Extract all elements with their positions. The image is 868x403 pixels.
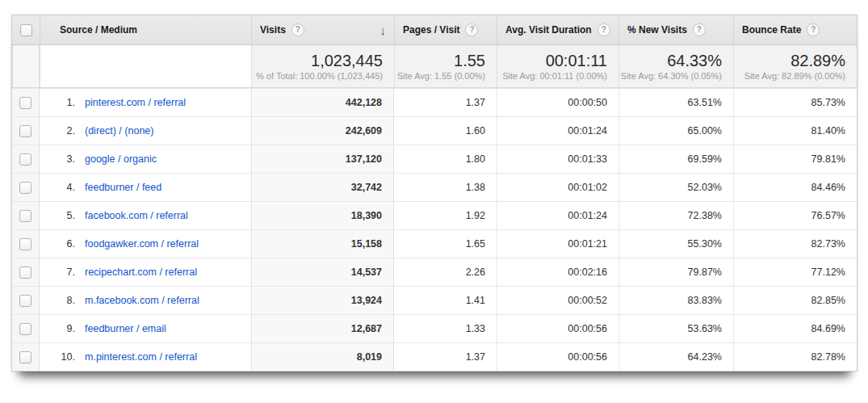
- row-checkbox[interactable]: [19, 210, 31, 222]
- source-medium-cell: 3. google / organic: [40, 145, 251, 173]
- bounce-rate-value: 82.85%: [733, 286, 857, 314]
- source-medium-cell: 1. pinterest.com / referral: [40, 88, 251, 116]
- bounce-avg-note: Site Avg: 82.89% (0.00%): [744, 71, 845, 81]
- pages-visit-value: 1.33: [394, 314, 497, 342]
- row-checkbox[interactable]: [19, 97, 31, 109]
- column-header-visits[interactable]: Visits ? ↓: [251, 15, 394, 44]
- avg-visit-duration-value: 00:01:02: [497, 173, 619, 201]
- row-checkbox-cell: [12, 229, 40, 258]
- visits-value: 13,924: [251, 286, 394, 314]
- new-visits-value: 69.59%: [619, 145, 733, 173]
- pages-visit-value: 1.41: [394, 286, 497, 314]
- pages-visit-value: 2.26: [394, 258, 497, 286]
- source-medium-link[interactable]: foodgawker.com / referral: [85, 238, 199, 250]
- row-checkbox-cell: [12, 258, 40, 286]
- avg-visit-duration-value: 00:00:52: [497, 286, 619, 314]
- new-visits-value: 79.87%: [619, 258, 733, 286]
- row-checkbox-cell: [12, 145, 40, 173]
- source-medium-link[interactable]: recipechart.com / referral: [85, 267, 197, 278]
- table-header-row: Source / Medium Visits ? ↓ Pages / Visit…: [12, 15, 857, 45]
- source-medium-cell: 4. feedburner / feed: [40, 173, 251, 201]
- visits-value: 242,609: [251, 116, 394, 145]
- avg-visit-duration-value: 00:01:33: [497, 145, 619, 173]
- row-checkbox[interactable]: [19, 182, 31, 194]
- bounce-rate-value: 84.46%: [733, 173, 857, 201]
- bounce-rate-value: 76.57%: [733, 201, 857, 229]
- row-checkbox[interactable]: [19, 125, 31, 137]
- help-icon[interactable]: ?: [291, 23, 304, 36]
- column-header-avg-visit-duration[interactable]: Avg. Visit Duration ?: [497, 15, 619, 44]
- avg-visit-duration-value: 00:02:16: [497, 258, 619, 286]
- column-header-pages-visit[interactable]: Pages / Visit ?: [394, 15, 497, 44]
- avg-visit-duration-value: 00:01:24: [497, 116, 619, 145]
- help-icon[interactable]: ?: [465, 23, 478, 36]
- column-header-bounce-rate[interactable]: Bounce Rate ?: [733, 15, 857, 44]
- visits-value: 32,742: [251, 173, 394, 201]
- source-medium-cell: 8. m.facebook.com / referral: [40, 286, 251, 314]
- summary-checkbox-cell: [12, 45, 40, 87]
- row-checkbox-cell: [12, 286, 40, 314]
- row-rank: 6.: [48, 238, 75, 250]
- table-row: 8. m.facebook.com / referral 13,924 1.41…: [12, 286, 857, 314]
- row-rank: 8.: [48, 295, 75, 306]
- source-medium-link[interactable]: google / organic: [85, 153, 157, 165]
- row-rank: 2.: [48, 125, 75, 136]
- table-row: 10. m.pinterest.com / referral 8,019 1.3…: [12, 342, 857, 371]
- bounce-avg: 82.89%: [790, 52, 845, 69]
- row-checkbox[interactable]: [19, 267, 31, 279]
- source-medium-link[interactable]: feedburner / feed: [85, 182, 161, 193]
- source-medium-link[interactable]: facebook.com / referral: [85, 210, 188, 221]
- source-medium-link[interactable]: (direct) / (none): [85, 125, 153, 136]
- avg-visit-duration-value: 00:01:21: [497, 229, 619, 258]
- help-icon[interactable]: ?: [807, 23, 820, 36]
- help-icon[interactable]: ?: [693, 23, 706, 36]
- select-all-checkbox[interactable]: [20, 24, 32, 36]
- avg-visit-duration-value: 00:00:56: [497, 342, 619, 371]
- column-header-new-visits[interactable]: % New Visits ?: [619, 15, 733, 44]
- column-header-source-medium[interactable]: Source / Medium: [40, 15, 251, 44]
- summary-visits-cell: 1,023,445 % of Total: 100.00% (1,023,445…: [251, 45, 394, 87]
- table-row: 7. recipechart.com / referral 14,537 2.2…: [12, 258, 857, 286]
- visits-value: 8,019: [251, 342, 394, 371]
- source-medium-link[interactable]: feedburner / email: [85, 323, 166, 334]
- visits-value: 442,128: [251, 88, 394, 116]
- source-medium-link[interactable]: m.facebook.com / referral: [85, 295, 199, 306]
- row-checkbox[interactable]: [19, 323, 31, 335]
- row-checkbox[interactable]: [19, 351, 31, 363]
- avg-visit-duration-value: 00:00:56: [497, 314, 619, 342]
- source-medium-link[interactable]: m.pinterest.com / referral: [85, 351, 197, 363]
- source-medium-cell: 7. recipechart.com / referral: [40, 258, 251, 286]
- visits-value: 12,687: [251, 314, 394, 342]
- pages-avg: 1.55: [454, 52, 485, 69]
- summary-bounce-cell: 82.89% Site Avg: 82.89% (0.00%): [733, 45, 857, 87]
- table-row: 1. pinterest.com / referral 442,128 1.37…: [12, 88, 857, 116]
- table-summary-row: 1,023,445 % of Total: 100.00% (1,023,445…: [12, 45, 857, 88]
- bounce-rate-value: 82.73%: [733, 229, 857, 258]
- table-row: 4. feedburner / feed 32,742 1.38 00:01:0…: [12, 173, 857, 201]
- sort-desc-icon[interactable]: ↓: [380, 23, 388, 37]
- row-checkbox[interactable]: [19, 238, 31, 250]
- column-label: Avg. Visit Duration: [505, 24, 592, 36]
- row-checkbox-cell: [12, 314, 40, 342]
- row-rank: 9.: [48, 323, 75, 334]
- visits-value: 137,120: [251, 145, 394, 173]
- visits-total-note: % of Total: 100.00% (1,023,445): [256, 71, 383, 81]
- bounce-rate-value: 81.40%: [733, 116, 857, 145]
- row-checkbox[interactable]: [19, 153, 31, 166]
- row-checkbox[interactable]: [19, 295, 31, 307]
- pages-visit-value: 1.37: [394, 342, 497, 371]
- new-visits-value: 55.30%: [619, 229, 733, 258]
- row-checkbox-cell: [12, 201, 40, 229]
- new-visits-avg: 64.33%: [667, 52, 722, 69]
- source-medium-link[interactable]: pinterest.com / referral: [85, 97, 186, 108]
- new-visits-value: 83.83%: [619, 286, 733, 314]
- avg-visit-duration-value: 00:01:24: [497, 201, 619, 229]
- help-icon[interactable]: ?: [598, 23, 610, 36]
- table-row: 6. foodgawker.com / referral 15,158 1.65…: [12, 229, 857, 258]
- row-checkbox-cell: [12, 342, 40, 371]
- row-checkbox-cell: [12, 88, 40, 116]
- source-medium-cell: 5. facebook.com / referral: [40, 201, 251, 229]
- analytics-source-medium-table: Source / Medium Visits ? ↓ Pages / Visit…: [11, 15, 858, 372]
- table-row: 9. feedburner / email 12,687 1.33 00:00:…: [12, 314, 857, 342]
- new-visits-avg-note: Site Avg: 64.30% (0.05%): [621, 71, 722, 81]
